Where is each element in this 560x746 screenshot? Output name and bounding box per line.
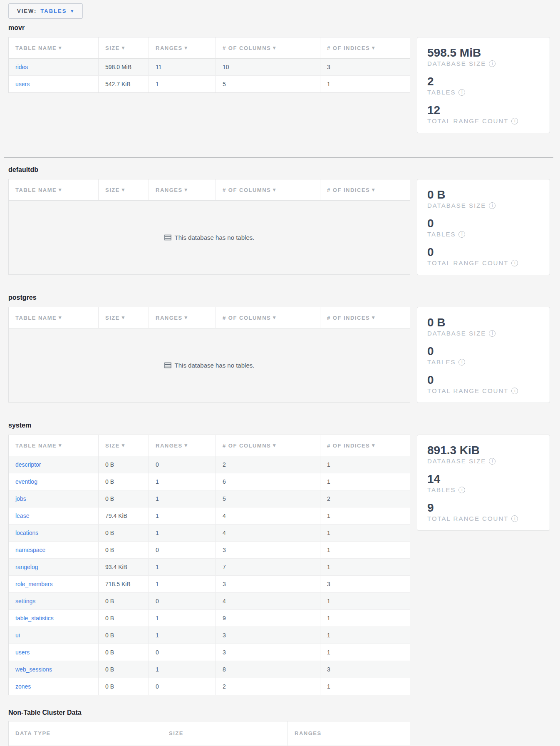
ranges-cell: 1 [149,490,216,507]
table-row: table_statistics0 B191 [9,609,410,627]
column-header-size[interactable]: SIZE [162,721,287,745]
table-name-link[interactable]: jobs [15,495,26,502]
column-header-size[interactable]: SIZE▼ [98,37,149,58]
num-indices-cell: 1 [320,76,410,92]
table-name-link[interactable]: rides [15,64,28,70]
sort-desc-icon: ▼ [121,443,126,448]
range-count-stat: 0 TOTAL RANGE COUNTi [427,374,540,394]
ranges-cell: 1 [149,559,216,575]
column-header-label: RANGES [156,315,183,321]
column-header-label: # OF INDICES [327,315,370,321]
num-indices-cell: 1 [320,456,410,473]
column-header-size[interactable]: SIZE▼ [98,307,149,328]
table-row: rangelog93.4 KiB171 [9,558,410,575]
column-header-ranges[interactable]: RANGES▼ [149,179,216,200]
num-indices-cell: 1 [320,644,410,661]
table-name-link[interactable]: namespace [15,547,45,553]
column-header-label: # OF COLUMNS [223,187,271,193]
column-header-ranges[interactable]: RANGES▼ [149,435,216,456]
column-header-num-indices[interactable]: # OF INDICES▼ [320,179,410,200]
column-header-num-indices[interactable]: # OF INDICES▼ [320,435,410,456]
num-columns-cell: 5 [216,76,320,92]
table-name-link[interactable]: role_members [15,581,52,587]
num-indices-cell: 1 [320,559,410,575]
table-name-link[interactable]: lease [15,512,29,519]
info-icon[interactable]: i [458,487,465,493]
table-name-cell: namespace [9,542,98,558]
size-cell: 598.0 MiB [98,59,149,75]
column-header-size[interactable]: SIZE▼ [98,435,149,456]
sort-desc-icon: ▼ [371,187,376,193]
table-name-link[interactable]: locations [15,530,38,536]
tables-count-label: TABLES [427,89,456,96]
ranges-cell: 0 [149,542,216,558]
table-name-link[interactable]: users [15,649,30,656]
table-name-link[interactable]: users [15,81,30,87]
info-icon[interactable]: i [511,260,518,266]
non-table-section-title: Non-Table Cluster Data [8,709,550,717]
column-header-size[interactable]: SIZE▼ [98,179,149,200]
sort-desc-icon: ▼ [57,443,63,448]
column-header-num-columns[interactable]: # OF COLUMNS▼ [216,307,320,328]
info-icon[interactable]: i [489,330,496,337]
num-indices-cell: 1 [320,610,410,627]
table-name-link[interactable]: zones [15,683,31,690]
column-header-table-name[interactable]: TABLE NAME▼ [9,37,98,58]
info-icon[interactable]: i [489,202,496,209]
column-header-num-indices[interactable]: # OF INDICES▼ [320,37,410,58]
info-icon[interactable]: i [511,515,518,522]
info-icon[interactable]: i [458,359,465,366]
size-cell: 79.4 KiB [98,507,149,524]
info-icon[interactable]: i [511,388,518,394]
size-cell: 542.7 KiB [98,76,149,92]
tables-count-stat: 0 TABLESi [427,217,540,238]
table-row: jobs0 B152 [9,490,410,507]
sort-desc-icon: ▼ [183,443,189,448]
table-name-link[interactable]: ui [15,632,20,639]
info-icon[interactable]: i [489,458,496,465]
column-header-ranges[interactable]: RANGES [287,721,410,745]
info-icon[interactable]: i [511,118,518,124]
table-name-link[interactable]: eventlog [15,478,37,485]
table-name-link[interactable]: rangelog [15,564,38,570]
info-icon[interactable]: i [489,60,496,67]
database-stats-card: 891.3 KiB DATABASE SIZEi 14 TABLESi 9 TO… [417,435,550,531]
table-row: eventlog0 B161 [9,473,410,490]
table-name-link[interactable]: table_statistics [15,615,54,622]
tables-count-label: TABLES [427,231,456,238]
column-header-table-name[interactable]: TABLE NAME▼ [9,435,98,456]
sort-desc-icon: ▼ [371,45,376,51]
column-header-num-columns[interactable]: # OF COLUMNS▼ [216,179,320,200]
section-divider [4,157,553,158]
column-header-label: RANGES [156,187,183,193]
column-header-ranges[interactable]: RANGES▼ [149,37,216,58]
num-indices-cell: 1 [320,593,410,609]
table-name-cell: users [9,76,98,92]
size-cell: 0 B [98,490,149,507]
table-name-link[interactable]: descriptor [15,461,41,468]
database-section: system TABLE NAME▼ SIZE▼ RANGES▼ # OF CO… [8,421,550,695]
sort-desc-icon: ▼ [371,315,376,321]
info-icon[interactable]: i [458,231,465,238]
tables-count-value: 0 [427,345,540,358]
column-header-data-type[interactable]: DATA TYPE [9,721,162,745]
column-header-ranges[interactable]: RANGES▼ [149,307,216,328]
column-header-label: SIZE [105,187,120,193]
view-selector-dropdown[interactable]: VIEW: TABLES ▾ [8,3,83,19]
column-header-num-columns[interactable]: # OF COLUMNS▼ [216,37,320,58]
column-header-table-name[interactable]: TABLE NAME▼ [9,179,98,200]
table-name-cell: rides [9,59,98,75]
table-name-link[interactable]: web_sessions [15,666,52,673]
info-icon[interactable]: i [458,89,465,96]
database-tables-table: TABLE NAME▼ SIZE▼ RANGES▼ # OF COLUMNS▼ … [8,435,410,695]
column-header-num-indices[interactable]: # OF INDICES▼ [320,307,410,328]
column-header-table-name[interactable]: TABLE NAME▼ [9,307,98,328]
table-name-link[interactable]: settings [15,598,35,604]
table-name-cell: zones [9,678,98,695]
database-tables-table: TABLE NAME▼ SIZE▼ RANGES▼ # OF COLUMNS▼ … [8,179,410,275]
num-indices-cell: 2 [320,490,410,507]
table-name-cell: rangelog [9,559,98,575]
tables-count-value: 0 [427,217,540,230]
table-body: rides598.0 MiB11103users542.7 KiB151 [9,59,410,92]
column-header-num-columns[interactable]: # OF COLUMNS▼ [216,435,320,456]
